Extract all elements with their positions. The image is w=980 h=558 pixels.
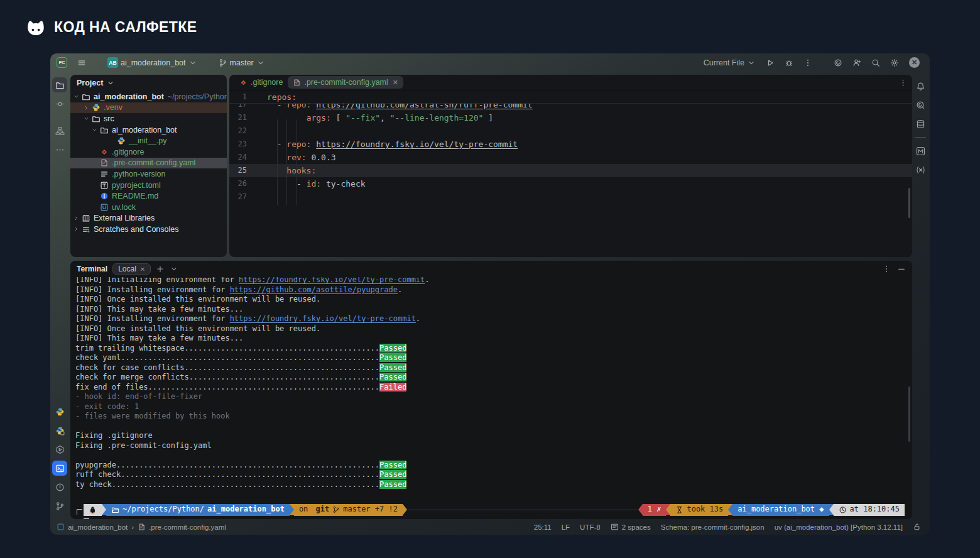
tree-item-ai-moderation-bot[interactable]: ai_moderation_bot [70, 124, 227, 136]
terminal-options-button[interactable] [170, 265, 178, 273]
run-button[interactable] [762, 57, 778, 69]
code-line-17[interactable]: 17 - repo: https://github.com/astral-sh/… [229, 104, 912, 111]
right-strip-notifications-button[interactable] [913, 79, 928, 94]
left-strip-version-control-button[interactable] [52, 498, 67, 513]
line-content: rev: 0.0.3 [252, 151, 336, 164]
terminal-tab-local[interactable]: Local ✕ [112, 263, 151, 275]
right-strip-inline-vars-button[interactable] [913, 162, 928, 177]
main-menu-button[interactable] [74, 57, 90, 69]
terminal-line [75, 451, 912, 461]
status-widget-25-11[interactable]: 25:11 [534, 523, 552, 531]
inline-vars-icon [916, 165, 925, 175]
tab-list-button[interactable] [899, 79, 907, 87]
tree-item--venv[interactable]: .venv [70, 102, 227, 114]
left-strip-python-packages-button[interactable] [52, 404, 67, 419]
chevron-down-icon[interactable] [72, 93, 80, 100]
terminal-link[interactable]: https://foundry.fsky.io/vel/ty-pre-commi… [230, 314, 416, 323]
chevron-right-icon[interactable] [82, 104, 90, 111]
chevron-right-icon[interactable] [72, 226, 80, 232]
chevron-down-icon[interactable] [82, 115, 90, 122]
right-strip-ai-chat-button[interactable] [913, 97, 928, 112]
left-strip-commit-button[interactable] [52, 96, 67, 111]
search-icon [871, 58, 880, 67]
tree-item-external-libraries[interactable]: External Libraries [70, 213, 227, 224]
close-window-button[interactable]: ✕ [905, 55, 923, 70]
debug-button[interactable] [781, 57, 797, 69]
vcs-widget[interactable]: master [215, 57, 269, 69]
status-widget-unlock-icon[interactable] [913, 523, 921, 531]
tree-item--gitignore[interactable]: .gitignore [70, 146, 227, 158]
status-widget-uv-ai-moderation-bot-python-3-12-11-[interactable]: uv (ai_moderation_bot) [Python 3.12.11] [775, 523, 903, 531]
chevron-down-icon[interactable] [90, 126, 99, 133]
code-line-24[interactable]: 24 rev: 0.0.3 [229, 151, 912, 164]
left-strip-more-button[interactable] [52, 142, 67, 157]
tree-item--pre-commit-config-yaml[interactable]: .pre-commit-config.yaml [70, 158, 227, 169]
code-line-26[interactable]: 26 - id: ty-check [229, 177, 912, 190]
right-strip-database-button[interactable] [913, 116, 928, 131]
terminal-line: fix end of files........................… [75, 383, 912, 393]
chevron-right-icon[interactable] [72, 215, 80, 222]
status-widget-utf-8[interactable]: UTF-8 [580, 523, 601, 531]
code-line-22[interactable]: 22 [229, 124, 912, 138]
terminal-link[interactable]: https://foundry.fsky.io/vel/ty-pre-commi… [239, 277, 425, 284]
project-widget[interactable]: AB ai_moderation_bot [104, 55, 201, 70]
code-line-25[interactable]: 25 hooks: [229, 164, 912, 177]
tree-item-label: uv.lock [112, 203, 136, 212]
hide-terminal-button[interactable] [897, 265, 906, 273]
indent-icon [611, 523, 619, 531]
breadcrumb-item[interactable]: ai_moderation_bot [57, 523, 128, 531]
left-strip-terminal-button[interactable] [52, 461, 67, 476]
right-strip-markdown-button[interactable] [913, 143, 928, 158]
editor-tab--pre-commit-config-yaml[interactable]: .pre-commit-config.yaml✕ [288, 76, 403, 89]
run-configuration-widget[interactable]: Current File [700, 57, 760, 69]
tree-item--python-version[interactable]: .python-version [70, 168, 227, 180]
close-tab-icon[interactable]: ✕ [393, 79, 398, 87]
tree-item-uv-lock[interactable]: uv.lock [70, 202, 227, 213]
terminal-output[interactable]: [INFO] Initializing environment for http… [70, 277, 912, 519]
status-badge: Passed [379, 480, 406, 489]
venv-segment: ai_moderation_bot ◆ [732, 504, 829, 516]
project-panel-header[interactable]: Project [70, 75, 227, 91]
tree-item-pyproject-toml[interactable]: pyproject.toml [70, 180, 227, 191]
new-terminal-button[interactable] [156, 265, 165, 273]
left-strip-structure-button[interactable] [52, 123, 67, 138]
python-icon [90, 103, 101, 112]
code-line-1[interactable]: 1repos: [229, 90, 912, 104]
status-widget-lf[interactable]: LF [562, 523, 570, 531]
search-everywhere-button[interactable] [868, 57, 884, 69]
editor-tab--gitignore[interactable]: .gitignore [234, 76, 288, 89]
breadcrumb-separator: › [131, 523, 134, 531]
close-tab-icon[interactable]: ✕ [140, 266, 145, 273]
editor-scrollbar[interactable] [908, 188, 910, 218]
status-badge: Passed [379, 470, 406, 479]
tree-item-src[interactable]: src [70, 113, 227, 124]
settings-button[interactable] [886, 57, 903, 69]
tree-item-label: Scratches and Consoles [94, 225, 179, 234]
terminal-line: ruff check..............................… [75, 470, 912, 480]
code-with-me-button[interactable] [849, 57, 865, 69]
problems-icon [55, 483, 65, 492]
terminal-line: trim trailing whitespace................… [75, 344, 912, 354]
breadcrumb-item[interactable]: .pre-commit-config.yaml [138, 523, 226, 531]
tree-item-ai-moderation-bot[interactable]: ai_moderation_bot~/projects/Python/ai_mo… [70, 91, 227, 102]
tree-item-readme-md[interactable]: README.md [70, 190, 227, 202]
left-strip-problems-button[interactable] [52, 479, 67, 495]
tree-item-scratches-and-consoles[interactable]: Scratches and Consoles [70, 224, 227, 235]
more-actions-button[interactable] [800, 57, 816, 69]
terminal-scrollbar[interactable] [908, 386, 910, 442]
ai-assistant-button[interactable] [830, 57, 846, 69]
git-file-icon [239, 79, 248, 87]
code-line-23[interactable]: 23 - repo: https://foundry.fsky.io/vel/t… [229, 138, 912, 151]
left-strip-project-folder-button[interactable] [52, 77, 67, 92]
status-widget-2-spaces[interactable]: 2 spaces [611, 523, 651, 531]
status-widget-schema-pre-commit-config-json[interactable]: Schema: pre-commit-config.json [661, 523, 765, 531]
status-badge: Passed [379, 461, 406, 469]
left-strip-services-button[interactable] [52, 442, 67, 457]
code-line-27[interactable]: 27 [229, 190, 912, 204]
terminal-link[interactable]: https://github.com/asottile/pyupgrade [230, 285, 398, 294]
tree-item--init-py[interactable]: __init__.py [70, 135, 227, 146]
left-strip-python-console-button[interactable] [52, 423, 67, 438]
code-editor[interactable]: 1repos:17 - repo: https://github.com/ast… [229, 90, 912, 204]
terminal-more-button[interactable] [882, 265, 891, 273]
code-line-21[interactable]: 21 args: [ "--fix", "--line-length=120" … [229, 111, 912, 124]
